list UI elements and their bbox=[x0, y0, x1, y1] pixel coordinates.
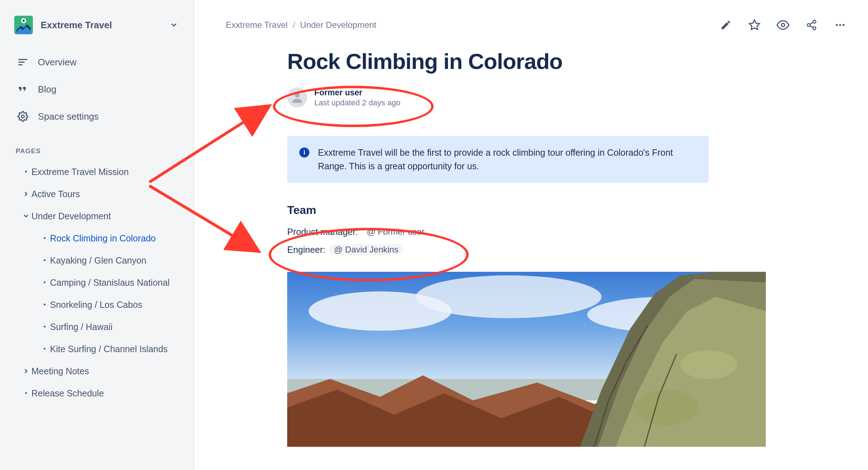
user-mention[interactable]: @ Former user bbox=[362, 226, 430, 238]
tree-label: Under Development bbox=[31, 211, 111, 221]
nav-overview[interactable]: Overview bbox=[0, 49, 194, 76]
tree-label: Active Tours bbox=[31, 189, 80, 199]
breadcrumb-item[interactable]: Under Development bbox=[300, 20, 376, 30]
tree-label: Surfing / Hawaii bbox=[50, 322, 113, 332]
tree-label: Camping / Stanislaus National bbox=[50, 278, 170, 288]
breadcrumb: Exxtreme Travel / Under Development bbox=[226, 20, 719, 30]
chevron-right-icon[interactable] bbox=[21, 191, 31, 197]
info-panel-text: Exxtreme Travel will be the first to pro… bbox=[318, 146, 697, 173]
nav-label: Blog bbox=[38, 84, 56, 95]
last-updated: Last updated 2 days ago bbox=[314, 98, 400, 108]
tree-item[interactable]: • Camping / Stanislaus National bbox=[0, 271, 194, 294]
svg-point-20 bbox=[416, 275, 602, 318]
user-mention[interactable]: @ David Jenkins bbox=[329, 244, 403, 255]
info-panel: i Exxtreme Travel will be the first to p… bbox=[287, 136, 709, 183]
tree-item[interactable]: Active Tours bbox=[0, 183, 194, 205]
gear-icon bbox=[17, 111, 29, 122]
tree-label: Release Schedule bbox=[31, 388, 104, 399]
tree-item[interactable]: • Surfing / Hawaii bbox=[0, 316, 194, 338]
page-title: Rock Climbing in Colorado bbox=[287, 49, 709, 74]
more-icon[interactable] bbox=[834, 19, 847, 31]
topbar: Exxtreme Travel / Under Development bbox=[194, 0, 868, 31]
svg-point-15 bbox=[839, 24, 841, 26]
chevron-down-icon[interactable] bbox=[21, 213, 31, 219]
svg-point-9 bbox=[813, 20, 816, 23]
hero-image bbox=[287, 272, 766, 447]
bullet-icon: • bbox=[39, 323, 50, 331]
info-icon: i bbox=[299, 148, 309, 158]
tree-label: Exxtreme Travel Mission bbox=[31, 167, 129, 177]
overview-icon bbox=[17, 56, 29, 68]
bullet-icon: • bbox=[39, 345, 50, 353]
breadcrumb-item[interactable]: Exxtreme Travel bbox=[226, 20, 288, 30]
nav-list: Overview Blog Space settings bbox=[0, 44, 194, 130]
edit-icon[interactable] bbox=[719, 19, 732, 31]
tree-item[interactable]: • Exxtreme Travel Mission bbox=[0, 161, 194, 183]
tree-item[interactable]: • Kayaking / Glen Canyon bbox=[0, 249, 194, 271]
tree-item[interactable]: Meeting Notes bbox=[0, 360, 194, 382]
svg-marker-7 bbox=[749, 20, 759, 30]
author-name[interactable]: Former user bbox=[314, 88, 400, 98]
tree-label: Rock Climbing in Colorado bbox=[50, 233, 156, 244]
svg-point-11 bbox=[813, 27, 816, 30]
svg-point-8 bbox=[782, 24, 785, 27]
share-icon[interactable] bbox=[805, 19, 818, 31]
pages-section-label: PAGES bbox=[0, 130, 194, 161]
tree-item[interactable]: • Release Schedule bbox=[0, 382, 194, 404]
page-actions bbox=[719, 19, 847, 31]
tree-label: Kayaking / Glen Canyon bbox=[50, 255, 146, 266]
svg-point-6 bbox=[21, 115, 24, 118]
quote-icon bbox=[17, 84, 29, 95]
svg-point-17 bbox=[295, 93, 299, 98]
page-body: Rock Climbing in Colorado Former user La… bbox=[194, 31, 709, 447]
svg-point-16 bbox=[843, 24, 844, 26]
space-logo-icon bbox=[14, 16, 33, 34]
star-icon[interactable] bbox=[748, 19, 761, 31]
team-role-label: Engineer: bbox=[287, 245, 325, 255]
page-tree: • Exxtreme Travel Mission Active Tours U… bbox=[0, 161, 194, 404]
tree-item[interactable]: • Kite Surfing / Channel Islands bbox=[0, 338, 194, 360]
sidebar: Exxtreme Travel Overview Blog Space sett… bbox=[0, 0, 194, 470]
tree-label: Kite Surfing / Channel Islands bbox=[50, 344, 168, 354]
bullet-icon: • bbox=[21, 168, 31, 176]
tree-item[interactable]: Under Development bbox=[0, 205, 194, 227]
chevron-down-icon[interactable] bbox=[167, 18, 181, 32]
svg-line-13 bbox=[810, 22, 813, 24]
breadcrumb-separator: / bbox=[293, 20, 295, 30]
tree-label: Snorkeling / Los Cabos bbox=[50, 300, 142, 310]
bullet-icon: • bbox=[39, 235, 50, 242]
nav-blog[interactable]: Blog bbox=[0, 76, 194, 103]
team-role-label: Product manager: bbox=[287, 227, 358, 237]
watch-icon[interactable] bbox=[777, 19, 789, 31]
space-name: Exxtreme Travel bbox=[41, 20, 167, 31]
bullet-icon: • bbox=[39, 279, 50, 286]
nav-label: Space settings bbox=[38, 111, 99, 122]
bullet-icon: • bbox=[39, 257, 50, 264]
nav-label: Overview bbox=[38, 57, 76, 68]
tree-item[interactable]: • Snorkeling / Los Cabos bbox=[0, 294, 194, 316]
tree-item-selected[interactable]: • Rock Climbing in Colorado bbox=[0, 227, 194, 249]
tree-label: Meeting Notes bbox=[31, 366, 89, 376]
team-row: Engineer: @ David Jenkins bbox=[287, 244, 709, 255]
main-content: Exxtreme Travel / Under Development Rock… bbox=[194, 0, 868, 470]
svg-point-23 bbox=[680, 350, 737, 379]
team-heading: Team bbox=[287, 204, 709, 217]
svg-line-12 bbox=[810, 26, 813, 28]
space-header[interactable]: Exxtreme Travel bbox=[0, 11, 194, 44]
svg-point-24 bbox=[634, 390, 698, 425]
avatar[interactable] bbox=[287, 88, 307, 108]
nav-space-settings[interactable]: Space settings bbox=[0, 103, 194, 130]
svg-point-2 bbox=[23, 20, 25, 22]
bullet-icon: • bbox=[39, 301, 50, 309]
svg-point-14 bbox=[836, 24, 838, 26]
bullet-icon: • bbox=[21, 390, 31, 397]
page-byline: Former user Last updated 2 days ago bbox=[287, 85, 709, 111]
svg-point-10 bbox=[807, 24, 810, 26]
chevron-right-icon[interactable] bbox=[21, 368, 31, 374]
team-row: Product manager: @ Former user bbox=[287, 226, 709, 238]
